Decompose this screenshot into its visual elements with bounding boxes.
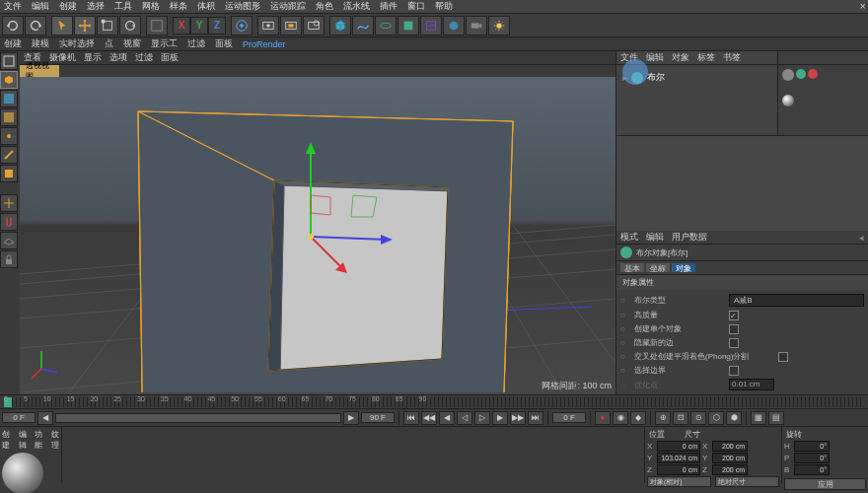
om-tab-edit[interactable]: 编辑 [646,51,664,64]
material-preview-sphere[interactable] [2,453,43,493]
object-mode-button[interactable] [0,108,18,126]
key-pla-button[interactable]: ⬢ [726,411,742,425]
undo-button[interactable] [2,16,24,35]
menu-tools[interactable]: 工具 [114,0,132,13]
menu-create[interactable]: 创建 [59,0,77,13]
lock-button[interactable] [0,250,18,268]
attr-selectedge-checkbox[interactable] [729,366,739,376]
attr-bool-type-dropdown[interactable]: A减B [729,294,864,307]
timeline-end-field[interactable]: 90 F [361,412,395,423]
edge-mode-button[interactable] [0,146,18,164]
current-frame-field[interactable]: 0 F [552,412,586,423]
make-editable-button[interactable] [0,52,18,70]
redo-button[interactable] [25,16,46,35]
attr-single-checkbox[interactable] [729,324,739,334]
layout-2-button[interactable]: ▤ [768,411,784,425]
render-view-button[interactable] [257,16,279,35]
attr-tab-mode[interactable]: 模式 [620,231,638,244]
coord-apply-button[interactable]: 应用 [784,478,866,490]
key-rot-button[interactable]: ⊙ [690,411,706,425]
coord-y-size[interactable]: 200 cm [712,453,748,463]
submenu-display[interactable]: 显示工 [151,37,178,50]
environment-button[interactable] [443,16,465,35]
timeline-handle-left[interactable]: ◀ [37,411,53,425]
timeline-handle-right[interactable]: ▶ [343,411,359,425]
attr-hideedge-checkbox[interactable] [729,338,739,348]
polygon-mode-button[interactable] [0,165,18,182]
render-region-button[interactable] [280,16,302,35]
menu-plugins[interactable]: 插件 [380,0,398,13]
visibility-dot-icon[interactable] [782,69,794,81]
window-close-icon[interactable]: × [860,0,866,12]
cube-primitive-button[interactable] [329,16,351,35]
menu-mesh[interactable]: 网格 [142,0,160,13]
coord-system-button[interactable] [231,16,253,35]
key-pos-button[interactable]: ⊕ [655,411,671,425]
enable-dot-icon[interactable] [796,69,806,79]
prev-key-button[interactable]: ◀◀ [421,411,437,425]
timeline-range-slider[interactable] [55,413,341,423]
mat-tab-create[interactable]: 创建 [2,429,11,451]
key-scale-button[interactable]: ⊡ [673,411,688,425]
attr-optimize-field[interactable]: 0.01 cm [729,379,774,390]
toggle-tool[interactable] [146,16,168,35]
record-key-button[interactable]: ● [595,411,611,425]
menu-edit[interactable]: 编辑 [32,0,49,13]
mat-tab-func[interactable]: 功能 [35,429,43,451]
coord-abs-dropdown[interactable]: 绝对尺寸 [715,476,779,487]
nurbs-button[interactable] [375,16,397,35]
attr-tab-userdata[interactable]: 用户数据 [672,231,707,244]
coord-y-pos[interactable]: 103.024 cm [657,453,700,463]
vp-menu-filter[interactable]: 过滤 [135,51,153,64]
axis-y-button[interactable]: Y [190,17,208,35]
menu-mocap[interactable]: 运动跟踪 [270,0,306,13]
submenu-view[interactable]: 视窗 [123,37,141,50]
coord-rel-dropdown[interactable]: 对象(相对) [647,476,711,487]
coord-h-rot[interactable]: 0° [794,441,830,452]
mat-tab-tex[interactable]: 纹理 [51,429,60,451]
goto-start-button[interactable]: ⏮ [403,411,419,425]
timeline-ruler[interactable]: 051015202530354045505560657075808590 [0,394,868,408]
coord-z-pos[interactable]: 0 cm [657,464,700,475]
spline-primitive-button[interactable] [352,16,374,35]
axis-x-button[interactable]: X [173,17,190,35]
coord-x-size[interactable]: 200 cm [712,441,748,452]
phong-tag-icon[interactable] [782,95,794,106]
mat-tab-edit[interactable]: 编辑 [19,429,28,451]
play-button[interactable]: ▷ [474,411,490,425]
render-mode-label[interactable]: ProRender [243,39,286,49]
menu-pipeline[interactable]: 流水线 [343,0,370,13]
goto-end-button[interactable]: ⏭ [528,411,543,425]
axis-z-button[interactable]: Z [208,17,226,35]
om-tab-tag[interactable]: 标签 [697,51,715,64]
menu-volume[interactable]: 体积 [197,0,215,13]
generator-button[interactable] [398,16,419,35]
submenu-panel[interactable]: 面板 [215,37,233,50]
submenu-model[interactable]: 建模 [32,37,49,50]
menu-character[interactable]: 角色 [316,0,333,13]
workplane-button[interactable] [0,232,18,249]
object-item-boolean[interactable]: ▸ 布尔 [620,69,773,86]
vp-menu-display[interactable]: 显示 [84,51,102,64]
vp-menu-panel[interactable]: 面板 [161,51,179,64]
play-back-button[interactable]: ◁ [457,411,472,425]
object-tree[interactable]: 文件 编辑 对象 标签 书签 ▸ 布尔 [616,51,777,135]
menu-file[interactable]: 文件 [4,0,22,13]
deformer-button[interactable] [420,16,442,35]
render-settings-button[interactable] [303,16,325,35]
next-frame-button[interactable]: ▶ [492,411,508,425]
submenu-create[interactable]: 创建 [4,37,22,50]
light-button[interactable] [488,16,510,35]
attr-subtab-basic[interactable]: 基本 [620,263,644,272]
point-mode-button[interactable] [0,127,18,145]
menu-help[interactable]: 帮助 [435,0,453,13]
submenu-select[interactable]: 实时选择 [59,37,95,50]
coord-z-size[interactable]: 200 cm [712,464,748,475]
rotate-tool[interactable] [119,16,141,35]
om-tab-bookmark[interactable]: 书签 [723,51,741,64]
coord-x-pos[interactable]: 0 cm [657,441,700,452]
autokey-button[interactable]: ◉ [613,411,628,425]
submenu-filter[interactable]: 过滤 [187,37,205,50]
om-tab-object[interactable]: 对象 [672,51,689,64]
prev-frame-button[interactable]: ◀ [439,411,455,425]
